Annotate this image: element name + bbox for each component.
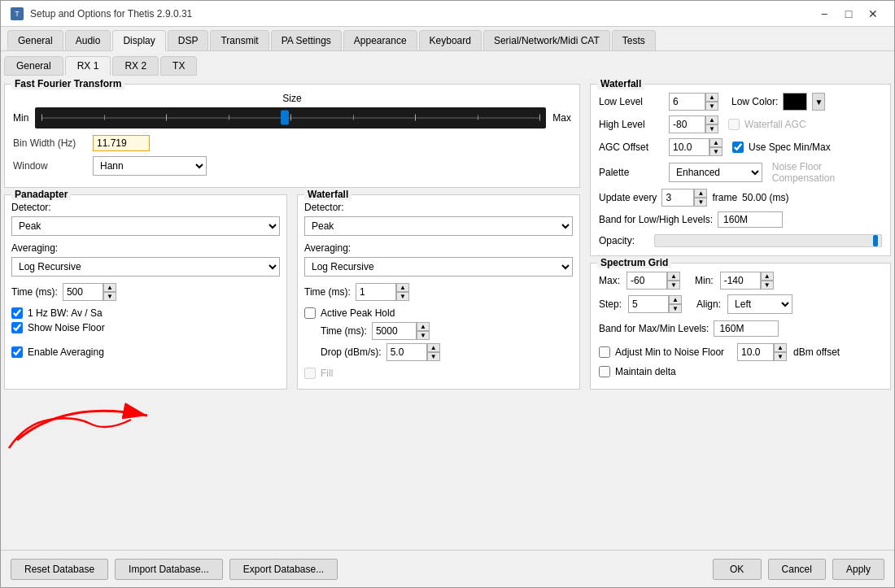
update-row: Update every ▲ ▼ frame 50.00 (ms) xyxy=(599,189,882,207)
low-level-input[interactable] xyxy=(669,93,705,111)
wfl-time-down[interactable]: ▼ xyxy=(396,292,409,301)
wfl-time-up[interactable]: ▲ xyxy=(396,283,409,292)
wfl-averaging-select[interactable]: Log RecursiveLinearNone xyxy=(304,257,573,277)
high-level-down[interactable]: ▼ xyxy=(705,124,718,133)
opacity-thumb[interactable] xyxy=(873,235,878,246)
maintain-delta-checkbox[interactable] xyxy=(599,366,610,377)
drop-up[interactable]: ▲ xyxy=(427,343,440,352)
apply-button[interactable]: Apply xyxy=(832,559,884,580)
pan-time-down[interactable]: ▼ xyxy=(103,292,116,301)
wf-agc-checkbox[interactable] xyxy=(728,119,740,130)
sg-min-down[interactable]: ▼ xyxy=(761,281,774,290)
update-spinbox: ▲ ▼ xyxy=(661,189,707,207)
low-level-down[interactable]: ▼ xyxy=(705,102,718,111)
peak-time-down[interactable]: ▼ xyxy=(417,331,430,340)
right-panel: Waterfall Low Level ▲ ▼ Low Color: xyxy=(590,84,891,390)
wfl-detector-select[interactable]: PeakAverageSample xyxy=(304,216,573,236)
peak-time-up[interactable]: ▲ xyxy=(417,322,430,331)
main-tab-bar: General Audio Display DSP Transmit PA Se… xyxy=(1,27,894,51)
wfl-time-spin-btns: ▲ ▼ xyxy=(396,283,409,301)
offset-down[interactable]: ▼ xyxy=(774,352,787,361)
sg-min-up[interactable]: ▲ xyxy=(761,272,774,281)
tab-display[interactable]: Display xyxy=(112,30,165,51)
low-level-up[interactable]: ▲ xyxy=(705,93,718,102)
agc-offset-row: AGC Offset ▲ ▼ Use Spec Min/Max xyxy=(599,138,882,156)
fft-slider-thumb[interactable] xyxy=(281,111,289,125)
low-color-label: Low Color: xyxy=(731,96,778,107)
fft-slider-track[interactable] xyxy=(35,107,546,128)
pan-detector-label: Detector: xyxy=(11,202,280,213)
ok-button[interactable]: OK xyxy=(713,559,762,580)
tab-tests[interactable]: Tests xyxy=(612,30,656,50)
agc-offset-input[interactable] xyxy=(669,138,709,156)
tab-appearance[interactable]: Appearance xyxy=(343,30,417,50)
low-color-swatch[interactable] xyxy=(783,93,807,111)
update-up[interactable]: ▲ xyxy=(694,189,707,198)
drop-input[interactable] xyxy=(386,343,427,361)
subtab-tx[interactable]: TX xyxy=(160,56,197,76)
tab-keyboard[interactable]: Keyboard xyxy=(419,30,482,50)
import-database-button[interactable]: Import Database... xyxy=(115,559,223,580)
minimize-button[interactable]: − xyxy=(813,6,836,22)
agc-offset-up[interactable]: ▲ xyxy=(709,138,723,147)
opacity-track[interactable] xyxy=(654,234,882,247)
update-input[interactable] xyxy=(661,189,694,207)
sg-step-input[interactable] xyxy=(628,295,669,313)
tab-transmit[interactable]: Transmit xyxy=(210,30,268,50)
tab-pa-settings[interactable]: PA Settings xyxy=(271,30,342,50)
pan-averaging-select[interactable]: Log RecursiveLinearNone xyxy=(11,257,280,277)
bin-width-input[interactable] xyxy=(93,135,150,151)
window-select[interactable]: Hann Hamming Blackman xyxy=(93,156,207,176)
tab-dsp[interactable]: DSP xyxy=(168,30,209,50)
high-level-up[interactable]: ▲ xyxy=(705,115,718,124)
drop-down[interactable]: ▼ xyxy=(427,352,440,361)
enable-avg-row: Enable Averaging xyxy=(11,346,280,358)
use-spec-checkbox[interactable] xyxy=(732,142,744,153)
tab-general[interactable]: General xyxy=(7,30,63,50)
reset-database-button[interactable]: Reset Database xyxy=(11,559,108,580)
waterfall-left-group: Waterfall Detector: PeakAverageSample Av… xyxy=(297,194,580,390)
cancel-button[interactable]: Cancel xyxy=(768,559,826,580)
sg-max-down[interactable]: ▼ xyxy=(667,281,680,290)
band-levels-input[interactable] xyxy=(718,211,783,228)
title-bar: T Setup and Options for Thetis 2.9.0.31 … xyxy=(1,1,894,27)
high-level-input[interactable] xyxy=(669,115,705,133)
update-down[interactable]: ▼ xyxy=(694,198,707,207)
agc-offset-down[interactable]: ▼ xyxy=(709,147,723,156)
tab-audio[interactable]: Audio xyxy=(65,30,111,50)
active-peak-checkbox[interactable] xyxy=(304,307,316,319)
offset-input[interactable] xyxy=(737,343,774,361)
close-button[interactable]: ✕ xyxy=(862,6,884,22)
pan-time-up[interactable]: ▲ xyxy=(103,283,116,292)
sg-step-up[interactable]: ▲ xyxy=(669,295,682,304)
sg-step-spinbox: ▲ ▼ xyxy=(628,295,682,313)
pan-detector-select[interactable]: PeakAverageSample xyxy=(11,216,280,236)
adjust-noise-checkbox[interactable] xyxy=(599,346,610,358)
palette-select[interactable]: EnhancedSimpleBlueGreen xyxy=(669,163,762,182)
sg-max-up[interactable]: ▲ xyxy=(667,272,680,281)
export-database-button[interactable]: Export Database... xyxy=(229,559,338,580)
sg-align-select[interactable]: LeftCenterRight xyxy=(727,294,792,314)
sg-max-input[interactable] xyxy=(626,272,667,290)
sg-min-input[interactable] xyxy=(720,272,761,290)
tab-serial-network[interactable]: Serial/Network/Midi CAT xyxy=(483,30,610,50)
subtab-rx1[interactable]: RX 1 xyxy=(65,56,111,76)
restore-button[interactable]: □ xyxy=(837,6,860,22)
high-level-spin-btns: ▲ ▼ xyxy=(705,115,718,133)
subtab-rx2[interactable]: RX 2 xyxy=(112,56,159,76)
sg-step-down[interactable]: ▼ xyxy=(669,304,682,313)
peak-time-row: Time (ms): ▲ ▼ xyxy=(304,322,573,340)
enable-avg-checkbox[interactable] xyxy=(11,346,23,358)
sg-band-input[interactable] xyxy=(714,320,779,337)
fill-checkbox[interactable] xyxy=(304,368,316,379)
fft-title: Fast Fourier Transform xyxy=(11,78,124,89)
wfl-time-row: Time (ms): ▲ ▼ xyxy=(304,283,573,301)
offset-up[interactable]: ▲ xyxy=(774,343,787,352)
low-color-dropdown[interactable]: ▼ xyxy=(812,93,825,111)
pan-time-input[interactable] xyxy=(63,283,103,301)
hz-bw-checkbox[interactable] xyxy=(11,307,23,319)
peak-time-input[interactable] xyxy=(372,322,417,340)
subtab-general[interactable]: General xyxy=(4,56,63,76)
wfl-time-input[interactable] xyxy=(356,283,396,301)
show-noise-checkbox[interactable] xyxy=(11,322,23,333)
